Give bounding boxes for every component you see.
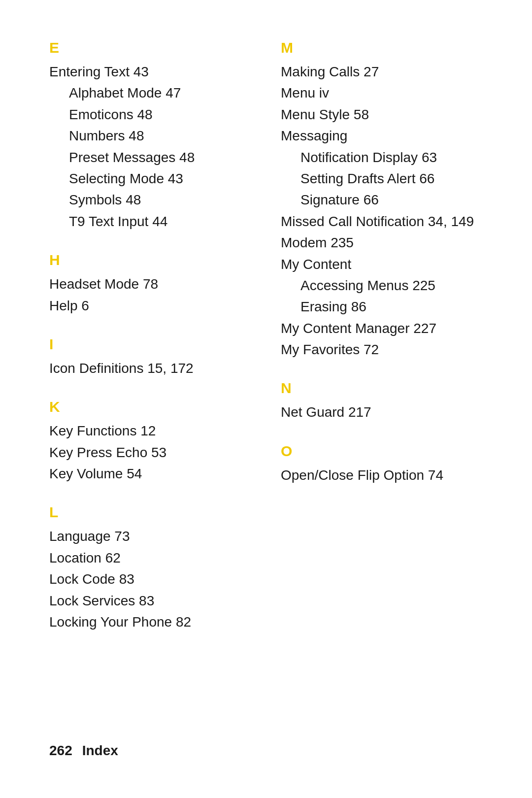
section-letter-o: O: [281, 443, 483, 460]
index-entry: Open/Close Flip Option 74: [281, 465, 483, 486]
section-m: MMaking Calls 27Menu ivMenu Style 58Mess…: [281, 39, 483, 360]
index-entry: Menu iv: [281, 82, 483, 103]
index-entry: Key Volume 54: [49, 463, 251, 484]
index-entry: Key Functions 12: [49, 420, 251, 441]
section-h: HHeadset Mode 78Help 6: [49, 252, 251, 316]
section-l: LLanguage 73Location 62Lock Code 83Lock …: [49, 504, 251, 632]
index-entry: Net Guard 217: [281, 401, 483, 423]
index-entry: Language 73: [49, 526, 251, 547]
index-entry: Erasing 86: [281, 296, 483, 317]
index-entry: Key Press Echo 53: [49, 442, 251, 463]
section-o: OOpen/Close Flip Option 74: [281, 443, 483, 486]
section-letter-h: H: [49, 252, 251, 268]
index-entry: Signature 66: [281, 189, 483, 210]
page: EEntering Text 43Alphabet Mode 47Emotico…: [0, 0, 532, 798]
index-entry: Headset Mode 78: [49, 273, 251, 295]
section-letter-e: E: [49, 39, 251, 56]
index-entry: Locking Your Phone 82: [49, 611, 251, 632]
section-i: IIcon Definitions 15, 172: [49, 336, 251, 379]
index-entry: Lock Services 83: [49, 590, 251, 611]
index-entry: Numbers 48: [49, 125, 251, 146]
index-entry: Lock Code 83: [49, 568, 251, 590]
index-entry: Preset Messages 48: [49, 147, 251, 168]
index-entry: My Content: [281, 254, 483, 275]
section-letter-n: N: [281, 380, 483, 397]
index-entry: Notification Display 63: [281, 147, 483, 168]
footer-label: Index: [82, 743, 118, 759]
section-letter-m: M: [281, 39, 483, 56]
section-n: NNet Guard 217: [281, 380, 483, 423]
index-entry: Missed Call Notification 34, 149: [281, 211, 483, 232]
index-entry: Icon Definitions 15, 172: [49, 358, 251, 379]
index-entry: Setting Drafts Alert 66: [281, 168, 483, 189]
index-entry: T9 Text Input 44: [49, 211, 251, 232]
footer: 262 Index: [49, 733, 483, 759]
index-entry: Location 62: [49, 547, 251, 568]
index-entry: Symbols 48: [49, 189, 251, 210]
index-entry: Modem 235: [281, 232, 483, 253]
index-entry: My Favorites 72: [281, 339, 483, 360]
index-entry: Accessing Menus 225: [281, 275, 483, 296]
index-entry: Selecting Mode 43: [49, 168, 251, 189]
right-column: MMaking Calls 27Menu ivMenu Style 58Mess…: [281, 39, 483, 733]
index-entry: Menu Style 58: [281, 104, 483, 125]
section-letter-i: I: [49, 336, 251, 353]
index-entry: Help 6: [49, 295, 251, 316]
index-columns: EEntering Text 43Alphabet Mode 47Emotico…: [49, 39, 483, 733]
section-letter-l: L: [49, 504, 251, 521]
index-entry: Messaging: [281, 125, 483, 146]
section-letter-k: K: [49, 399, 251, 415]
section-e: EEntering Text 43Alphabet Mode 47Emotico…: [49, 39, 251, 232]
section-k: KKey Functions 12Key Press Echo 53Key Vo…: [49, 399, 251, 484]
footer-page-number: 262: [49, 743, 72, 759]
left-column: EEntering Text 43Alphabet Mode 47Emotico…: [49, 39, 251, 733]
index-entry: My Content Manager 227: [281, 318, 483, 339]
index-entry: Making Calls 27: [281, 61, 483, 82]
index-entry: Emoticons 48: [49, 104, 251, 125]
index-entry: Entering Text 43: [49, 61, 251, 82]
index-entry: Alphabet Mode 47: [49, 82, 251, 103]
